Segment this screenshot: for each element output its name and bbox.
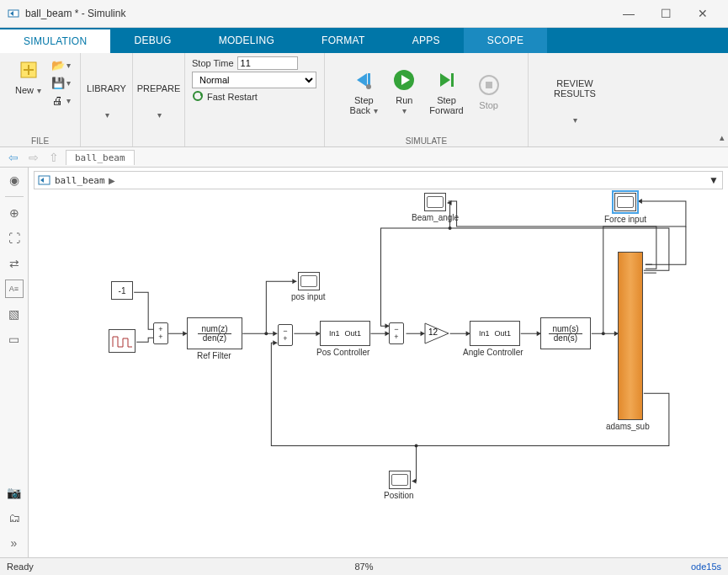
svg-rect-15 bbox=[486, 82, 492, 88]
chevron-down-icon: ▾ bbox=[402, 106, 407, 115]
label-force-input: Force input bbox=[604, 215, 646, 224]
fast-restart-button[interactable]: Fast Restart bbox=[192, 90, 258, 104]
step-back-button[interactable]: Step Back ▾ bbox=[345, 65, 382, 117]
label-pos-controller: Pos Controller bbox=[316, 348, 369, 357]
label-beam-angle: Beam_angle bbox=[412, 213, 459, 222]
new-icon bbox=[15, 56, 42, 83]
block-ref-filter[interactable]: num(z)den(z) bbox=[187, 317, 242, 349]
run-icon bbox=[391, 67, 417, 93]
block-sum-3[interactable]: −+ bbox=[389, 322, 404, 344]
area-icon[interactable]: ▭ bbox=[5, 330, 24, 349]
status-solver[interactable]: ode15s bbox=[691, 562, 721, 572]
close-button[interactable]: ✕ bbox=[684, 1, 721, 26]
tab-format[interactable]: FORMAT bbox=[298, 28, 389, 53]
block-pos-controller[interactable]: In1 Out1 bbox=[320, 321, 370, 346]
title-bar: ball_beam * - Simulink — ☐ ✕ bbox=[0, 0, 728, 28]
nav-up-button[interactable]: ⇧ bbox=[45, 150, 62, 165]
screenshot-icon[interactable]: 📷 bbox=[5, 483, 24, 502]
folder-open-icon: 📂 bbox=[50, 58, 66, 72]
step-forward-button[interactable]: Step Forward bbox=[426, 65, 466, 117]
open-button[interactable]: 📂▾ bbox=[50, 56, 71, 73]
stop-icon bbox=[476, 72, 502, 98]
model-browser-icon[interactable]: 🗂 bbox=[5, 508, 24, 527]
status-ready: Ready bbox=[7, 562, 34, 572]
stop-time-input[interactable] bbox=[237, 56, 298, 70]
image-icon[interactable]: ▧ bbox=[5, 305, 24, 323]
block-transfer-fcn[interactable]: num(s)den(s) bbox=[540, 317, 591, 349]
model-tab[interactable]: ball_beam bbox=[66, 150, 135, 165]
block-sum-2[interactable]: −+ bbox=[278, 324, 293, 346]
maximize-button[interactable]: ☐ bbox=[647, 1, 684, 26]
nav-forward-button[interactable]: ⇨ bbox=[25, 150, 42, 165]
block-scope-position[interactable] bbox=[389, 471, 411, 489]
minimize-button[interactable]: — bbox=[610, 1, 647, 26]
save-icon: 💾 bbox=[50, 76, 66, 89]
annotation-icon[interactable]: A≡ bbox=[5, 280, 24, 298]
fast-restart-icon bbox=[192, 90, 204, 104]
chevron-down-icon: ▾ bbox=[66, 78, 71, 88]
label-ref-filter: Ref Filter bbox=[197, 351, 231, 360]
svg-marker-19 bbox=[273, 331, 277, 336]
tab-debug[interactable]: DEBUG bbox=[110, 28, 194, 53]
explorer-nav-bar: ⇦ ⇨ ⇧ ball_beam bbox=[0, 147, 728, 168]
library-button[interactable]: LIBRARY ▾ bbox=[83, 80, 130, 121]
group-file-label: FILE bbox=[0, 136, 80, 146]
new-label: New bbox=[15, 85, 34, 95]
block-angle-controller[interactable]: In1 Out1 bbox=[470, 321, 520, 346]
chevron-down-icon: ▾ bbox=[66, 61, 71, 70]
print-button[interactable]: 🖨▾ bbox=[50, 92, 71, 109]
collapse-toolstrip-icon[interactable]: ▴ bbox=[720, 132, 725, 143]
block-adams-sub[interactable] bbox=[618, 252, 643, 420]
more-icon[interactable]: » bbox=[5, 534, 24, 552]
block-gain[interactable]: 12 bbox=[424, 322, 449, 344]
sim-mode-select[interactable]: Normal bbox=[192, 72, 316, 88]
tab-scope[interactable]: SCOPE bbox=[464, 28, 548, 53]
svg-marker-12 bbox=[440, 73, 450, 87]
stop-button[interactable]: Stop bbox=[470, 70, 507, 112]
simulink-app-icon bbox=[7, 7, 20, 20]
nav-back-button[interactable]: ⇦ bbox=[5, 150, 22, 165]
step-back-icon bbox=[350, 67, 377, 93]
chevron-down-icon: ▾ bbox=[374, 106, 378, 115]
prepare-button[interactable]: PREPARE ▾ bbox=[134, 80, 184, 121]
stop-time-label: Stop Time bbox=[192, 58, 234, 68]
tab-apps[interactable]: APPS bbox=[389, 28, 464, 53]
tab-modeling[interactable]: MODELING bbox=[195, 28, 298, 53]
label-angle-controller: Angle Controller bbox=[463, 348, 523, 357]
block-scope-force-input[interactable] bbox=[614, 193, 636, 211]
chevron-down-icon: ▾ bbox=[573, 115, 577, 125]
svg-marker-7 bbox=[357, 73, 367, 87]
tab-simulation[interactable]: SIMULATION bbox=[0, 28, 110, 53]
step-forward-icon bbox=[433, 67, 460, 93]
print-icon: 🖨 bbox=[50, 93, 66, 107]
block-scope-beam-angle[interactable] bbox=[424, 193, 446, 211]
svg-marker-33 bbox=[273, 340, 277, 345]
svg-rect-13 bbox=[451, 73, 454, 87]
review-results-button[interactable]: REVIEW RESULTS ▾ bbox=[534, 75, 616, 126]
chevron-down-icon: ▾ bbox=[157, 110, 162, 120]
window-title: ball_beam * - Simulink bbox=[25, 8, 610, 19]
hide-navigate-icon[interactable]: ◉ bbox=[5, 171, 24, 189]
toolstrip: New ▾ 📂▾ 💾▾ 🖨▾ FILE LIBRARY ▾ PREPARE ▾ … bbox=[0, 53, 728, 147]
fit-view-icon[interactable]: ⛶ bbox=[5, 229, 24, 248]
label-adams-sub: adams_sub bbox=[606, 422, 650, 431]
chevron-down-icon: ▾ bbox=[66, 96, 71, 105]
status-zoom: 87% bbox=[354, 562, 373, 572]
group-simulate-label: SIMULATE bbox=[325, 136, 528, 146]
new-button[interactable]: New ▾ bbox=[10, 55, 47, 97]
model-palette: ◉ ⊕ ⛶ ⇄ A≡ ▧ ▭ 📷 🗂 » bbox=[0, 168, 29, 557]
block-constant[interactable]: -1 bbox=[111, 281, 133, 300]
chevron-down-icon: ▾ bbox=[37, 86, 41, 95]
zoom-icon[interactable]: ⊕ bbox=[5, 204, 24, 222]
label-position: Position bbox=[384, 491, 414, 500]
block-scope-pos-input[interactable] bbox=[298, 272, 320, 290]
chevron-down-icon: ▾ bbox=[105, 110, 109, 120]
block-signal-builder[interactable] bbox=[109, 329, 136, 353]
run-button[interactable]: Run▾ bbox=[385, 65, 422, 117]
save-button[interactable]: 💾▾ bbox=[50, 74, 71, 91]
label-pos-input: pos input bbox=[291, 292, 326, 301]
status-bar: Ready 87% ode15s bbox=[0, 557, 728, 575]
toggle-sample-time-icon[interactable]: ⇄ bbox=[5, 254, 24, 273]
block-sum-1[interactable]: ++ bbox=[153, 322, 168, 344]
svg-point-9 bbox=[366, 84, 371, 89]
